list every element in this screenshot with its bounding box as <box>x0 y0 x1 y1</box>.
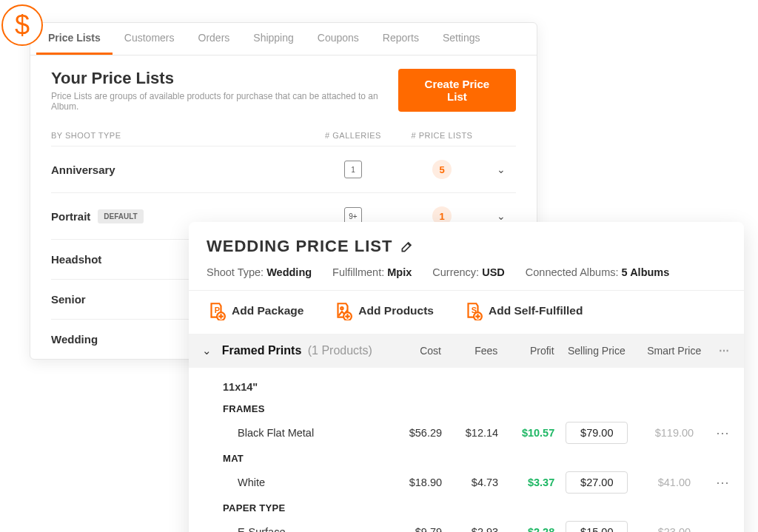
selling-price-input[interactable] <box>566 471 628 494</box>
currency-label: Currency: <box>432 266 479 278</box>
add-package-button[interactable]: P Add Package <box>207 301 303 320</box>
col-fees: Fees <box>441 345 497 357</box>
shoot-name-label: Anniversary <box>51 164 115 176</box>
wedding-price-list-panel: WEDDING PRICE LIST Shoot Type: Wedding F… <box>189 222 744 532</box>
shoot-name-label: Headshot <box>51 253 101 266</box>
page-subtitle: Price Lists are groups of available prod… <box>51 91 398 112</box>
tab-orders[interactable]: Orders <box>187 23 242 55</box>
add-self-fulfilled-label: Add Self-Fulfilled <box>489 304 583 317</box>
add-products-icon <box>333 301 352 320</box>
shoot-row-anniversary[interactable]: Anniversary 1 5 ⌄ <box>51 147 516 193</box>
svg-point-2 <box>341 307 343 309</box>
product-name: Black Flat Metal <box>238 427 386 439</box>
more-icon[interactable]: ⋯ <box>709 524 731 532</box>
product-name: White <box>238 477 386 488</box>
page-title: Your Price Lists <box>51 69 398 88</box>
add-package-icon: P <box>207 301 226 320</box>
tab-customers[interactable]: Customers <box>113 23 187 55</box>
group-name: Framed Prints <box>222 344 302 357</box>
tab-coupons[interactable]: Coupons <box>306 23 371 55</box>
profit-value: $3.37 <box>498 477 554 488</box>
col-shoot-type: BY SHOOT TYPE <box>51 131 309 140</box>
size-label: 11x14" <box>202 377 731 399</box>
category-mat: MAT <box>202 448 731 467</box>
profit-value: $10.57 <box>498 427 554 439</box>
chevron-down-icon[interactable]: ⌄ <box>497 210 506 222</box>
galleries-icon: 1 <box>344 161 362 178</box>
tab-price-lists[interactable]: Price Lists <box>36 23 113 55</box>
shoot-type-label: Shoot Type: <box>207 266 264 278</box>
more-icon[interactable]: ⋯ <box>709 474 731 491</box>
col-galleries: # GALLERIES <box>309 131 398 140</box>
connected-albums-label: Connected Albums: <box>526 266 619 278</box>
cost-value: $9.79 <box>386 526 442 532</box>
tab-settings[interactable]: Settings <box>431 23 492 55</box>
group-count: (1 Products) <box>308 344 372 357</box>
chevron-down-icon[interactable]: ⌄ <box>497 164 506 175</box>
default-badge: DEFAULT <box>98 209 143 223</box>
col-price-lists: # PRICE LISTS <box>398 131 486 140</box>
more-icon[interactable]: ⋯ <box>709 345 731 357</box>
currency-value: USD <box>482 266 505 278</box>
product-row: Black Flat Metal $56.29 $12.14 $10.57 $1… <box>202 417 731 448</box>
fees-value: $12.14 <box>442 427 498 439</box>
fulfillment-value: Mpix <box>387 266 412 278</box>
add-self-fulfilled-button[interactable]: S Add Self-Fulfilled <box>463 301 583 320</box>
shoot-name-label: Wedding <box>51 333 98 346</box>
fulfillment-label: Fulfillment: <box>332 266 384 278</box>
chevron-down-icon[interactable]: ⌄ <box>202 344 222 357</box>
product-row: White $18.90 $4.73 $3.37 $41.00 ⋯ <box>202 467 731 498</box>
cost-value: $18.90 <box>386 477 442 488</box>
price-list-count: 5 <box>432 160 452 179</box>
add-products-button[interactable]: Add Products <box>333 301 434 320</box>
col-selling-price: Selling Price <box>554 345 639 357</box>
price-list-title: WEDDING PRICE LIST <box>207 237 392 256</box>
shoot-name-label: Senior <box>51 293 86 306</box>
tab-shipping[interactable]: Shipping <box>241 23 306 55</box>
smart-price-value: $119.00 <box>639 427 709 439</box>
tab-reports[interactable]: Reports <box>371 23 431 55</box>
profit-value: $2.28 <box>498 526 554 532</box>
dollar-icon: $ <box>1 4 43 46</box>
shoot-type-value: Wedding <box>266 266 312 278</box>
product-name: E-Surface <box>238 526 386 532</box>
create-price-list-button[interactable]: Create Price List <box>398 69 516 112</box>
category-paper-type: PAPER TYPE <box>202 498 731 516</box>
selling-price-input[interactable] <box>566 422 628 444</box>
col-smart-price: Smart Price <box>639 345 709 357</box>
edit-icon[interactable] <box>400 239 415 254</box>
product-group-header[interactable]: ⌄ Framed Prints (1 Products) Cost Fees P… <box>189 334 744 368</box>
product-row: E-Surface $9.79 $2.93 $2.28 $23.00 ⋯ <box>202 516 731 532</box>
add-products-label: Add Products <box>358 304 434 317</box>
col-cost: Cost <box>385 345 441 357</box>
fees-value: $2.93 <box>442 526 498 532</box>
connected-albums-value: 5 Albums <box>622 266 670 278</box>
more-icon[interactable]: ⋯ <box>709 425 731 441</box>
category-frames: FRAMES <box>202 399 731 417</box>
col-profit: Profit <box>497 345 554 357</box>
main-tabs: Price Lists Customers Orders Shipping Co… <box>30 23 537 55</box>
add-package-label: Add Package <box>232 304 303 317</box>
selling-price-input[interactable] <box>566 521 628 532</box>
cost-value: $56.29 <box>386 427 442 439</box>
add-self-fulfilled-icon: S <box>463 301 483 320</box>
shoot-name-label: Portrait <box>51 210 90 223</box>
smart-price-value: $23.00 <box>639 526 709 532</box>
fees-value: $4.73 <box>442 477 498 488</box>
smart-price-value: $41.00 <box>639 477 709 488</box>
